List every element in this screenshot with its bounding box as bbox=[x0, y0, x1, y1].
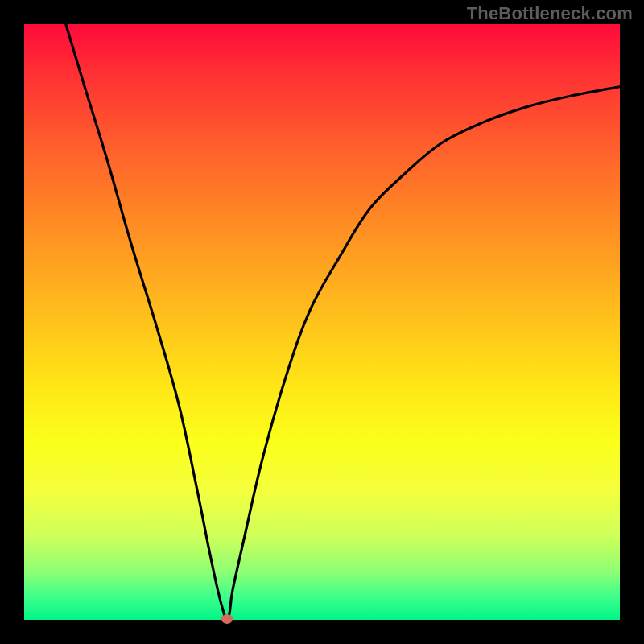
curve-svg bbox=[24, 24, 620, 620]
minimum-marker bbox=[221, 614, 233, 624]
chart-frame: TheBottleneck.com bbox=[0, 0, 644, 644]
plot-area bbox=[24, 24, 620, 620]
watermark-text: TheBottleneck.com bbox=[467, 3, 633, 24]
bottleneck-curve-path bbox=[66, 24, 620, 620]
